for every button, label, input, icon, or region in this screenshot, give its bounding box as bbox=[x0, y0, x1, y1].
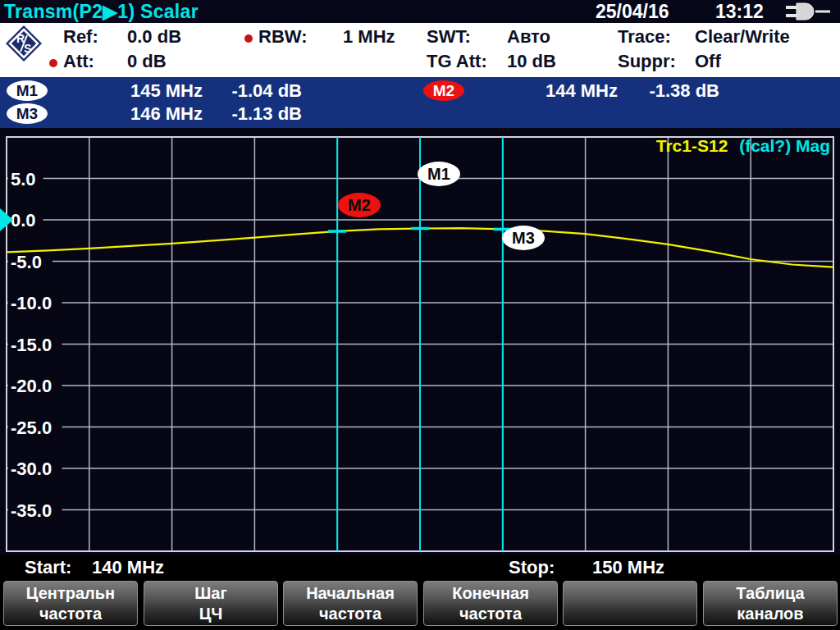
trace-plot: 5.00.0-5.0-10.0-15.0-20.0-25.0-30.0-35.0… bbox=[0, 128, 840, 555]
softkey-stop-frequency[interactable]: Конечная частота bbox=[423, 581, 558, 626]
y-tick-label: -20.0 bbox=[11, 376, 52, 396]
suppr-value: Off bbox=[695, 51, 721, 72]
marker-m1-freq: 145 MHz bbox=[119, 80, 203, 102]
swt-value: Авто bbox=[507, 26, 550, 48]
softkey-label: Шаг bbox=[144, 583, 277, 604]
start-freq-value: 140 MHz bbox=[92, 557, 164, 578]
softkey-center-frequency[interactable]: Центральн частота bbox=[3, 581, 138, 626]
softkey-menu: Центральн частота Шаг ЦЧ Начальная часто… bbox=[0, 581, 840, 630]
ref-label: Ref: bbox=[63, 26, 98, 48]
rs-logo: R S bbox=[5, 25, 43, 62]
marker-m2-freq: 144 MHz bbox=[525, 80, 618, 102]
swt-label: SWT: bbox=[427, 26, 471, 48]
changed-setting-dot-rbw bbox=[244, 34, 253, 43]
marker-badge-m1: M1 bbox=[7, 80, 48, 101]
y-tick-label: -15.0 bbox=[11, 335, 52, 355]
measurement-graph: 5.00.0-5.0-10.0-15.0-20.0-25.0-30.0-35.0… bbox=[0, 128, 840, 555]
marker-label-text-m2: M2 bbox=[348, 196, 371, 214]
start-freq-label: Start: bbox=[25, 557, 71, 578]
frequency-range-row: Start: 140 MHz Stop: 150 MHz bbox=[0, 555, 840, 581]
date-display: 25/04/16 bbox=[596, 1, 669, 23]
y-tick-label: 0.0 bbox=[11, 210, 36, 231]
rbw-label: RBW: bbox=[258, 26, 307, 48]
marker-readout-bar: M1 145 MHz -1.04 dB M2 144 MHz -1.38 dB … bbox=[0, 77, 840, 128]
marker-badge-m3: M3 bbox=[7, 103, 48, 124]
marker-m3-level: -1.13 dB bbox=[213, 103, 302, 125]
analyzer-screen: Transm(P2▶1) Scalar 25/04/16 13:12 R S R… bbox=[0, 0, 840, 630]
marker-label-text-m1: M1 bbox=[427, 165, 450, 183]
title-bar: Transm(P2▶1) Scalar 25/04/16 13:12 bbox=[0, 0, 840, 23]
softkey-label: частота bbox=[424, 604, 557, 624]
tg-att-value: 10 dB bbox=[507, 51, 556, 72]
time-display: 13:12 bbox=[715, 1, 764, 23]
y-tick-label: -30.0 bbox=[11, 459, 52, 479]
trace-mode-value: Clear/Write bbox=[695, 26, 790, 48]
att-value: 0 dB bbox=[127, 51, 167, 72]
softkey-label: Конечная bbox=[424, 583, 557, 604]
stop-freq-label: Stop: bbox=[509, 557, 555, 578]
softkey-start-frequency[interactable]: Начальная частота bbox=[283, 581, 418, 626]
marker-badge-m2: M2 bbox=[423, 80, 464, 101]
y-tick-label: -5.0 bbox=[11, 252, 42, 272]
trace-mode-label: Trace: bbox=[618, 26, 671, 48]
tg-att-label: TG Att: bbox=[427, 51, 487, 72]
softkey-label: Центральн bbox=[4, 583, 137, 604]
softkey-label: Таблица bbox=[704, 583, 837, 604]
svg-text:S: S bbox=[24, 42, 31, 55]
changed-setting-dot-att bbox=[49, 59, 57, 67]
att-label: Att: bbox=[63, 51, 94, 72]
y-tick-label: -10.0 bbox=[11, 293, 52, 313]
softkey-empty[interactable] bbox=[563, 581, 697, 626]
stop-freq-value: 150 MHz bbox=[592, 557, 664, 578]
softkey-label: частота bbox=[284, 604, 417, 624]
softkey-label: Начальная bbox=[284, 583, 417, 604]
suppr-label: Suppr: bbox=[618, 51, 676, 72]
measurement-title: Transm(P2▶1) Scalar bbox=[4, 1, 199, 23]
marker-label-text-m3: M3 bbox=[512, 229, 535, 247]
y-tick-label: -25.0 bbox=[11, 418, 52, 438]
settings-header: R S Ref: 0.0 dB RBW: 1 MHz SWT: Авто Tra… bbox=[0, 23, 840, 77]
trace-mode-suffix: (fcal?) Mag bbox=[739, 136, 830, 155]
ref-value: 0.0 dB bbox=[127, 26, 181, 48]
softkey-label: ЦЧ bbox=[144, 604, 277, 624]
ac-power-icon bbox=[786, 2, 830, 21]
softkey-channel-table[interactable]: Таблица каналов bbox=[703, 581, 838, 626]
y-tick-label: 5.0 bbox=[11, 169, 36, 189]
trace-name: Trc1-S12 bbox=[656, 136, 728, 155]
rbw-value: 1 MHz bbox=[343, 26, 395, 48]
marker-m3-freq: 146 MHz bbox=[119, 103, 203, 125]
y-tick-label: -35.0 bbox=[11, 500, 52, 521]
marker-m1-level: -1.04 dB bbox=[213, 80, 302, 102]
softkey-label: частота bbox=[4, 604, 137, 624]
softkey-cf-step[interactable]: Шаг ЦЧ bbox=[144, 581, 278, 626]
marker-m2-level: -1.38 dB bbox=[632, 80, 719, 102]
trace-info-label: Trc1-S12 (fcal?) Mag bbox=[656, 136, 830, 156]
softkey-label: каналов bbox=[704, 604, 837, 624]
